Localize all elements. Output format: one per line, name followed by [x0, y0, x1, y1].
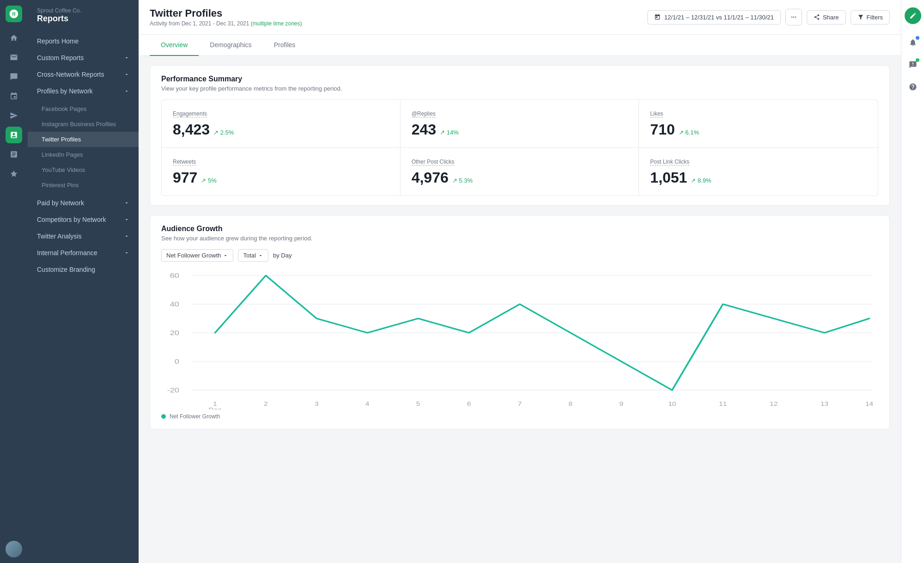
company-name: Sprout Coffee Co. [37, 7, 129, 14]
nav-reports-icon[interactable] [6, 127, 22, 143]
nav-home-icon[interactable] [6, 30, 22, 46]
metric-other-post-clicks: Other Post Clicks 4,976 5.3% [401, 148, 639, 196]
performance-summary-subtitle: View your key profile performance metric… [161, 85, 878, 92]
chart-svg: 60 40 20 0 -20 1 Dec 2 [161, 271, 878, 410]
svg-text:9: 9 [620, 401, 624, 407]
metric-engagements-value: 8,423 2.5% [173, 121, 389, 138]
timezone-link[interactable]: multiple time zones [253, 20, 300, 27]
metric-dropdown-label: Net Follower Growth [166, 252, 221, 259]
more-options-button[interactable] [785, 9, 802, 25]
tab-overview[interactable]: Overview [150, 35, 199, 56]
sidebar-item-profiles-by-network[interactable]: Profiles by Network [28, 83, 139, 99]
chevron-down-icon [124, 233, 129, 239]
main-area: Twitter Profiles Activity from Dec 1, 20… [139, 0, 901, 563]
filters-button[interactable]: Filters [851, 10, 890, 24]
chevron-down-icon [124, 200, 129, 206]
metric-engagements-change: 2.5% [213, 129, 234, 136]
metric-post-link-clicks: Post Link Clicks 1,051 8.9% [639, 148, 878, 196]
metric-retweets-label: Retweets [173, 159, 196, 165]
nav-inbox-icon[interactable] [6, 49, 22, 66]
sidebar-subitem-twitter[interactable]: Twitter Profiles [28, 132, 139, 147]
svg-text:5: 5 [416, 401, 420, 407]
sidebar-subitem-linkedin[interactable]: LinkedIn Pages [28, 147, 139, 162]
sidebar-subitem-pinterest[interactable]: Pinterest Pins [28, 177, 139, 193]
sidebar-item-reports-home[interactable]: Reports Home [28, 33, 139, 49]
tab-profiles[interactable]: Profiles [263, 35, 307, 56]
page-header: Twitter Profiles Activity from Dec 1, 20… [139, 0, 901, 35]
svg-text:8: 8 [569, 401, 573, 407]
nav-messages-icon[interactable] [6, 68, 22, 85]
chat-icon [909, 61, 917, 69]
user-avatar[interactable] [6, 541, 22, 557]
svg-text:12: 12 [770, 401, 778, 407]
sidebar-subitem-facebook[interactable]: Facebook Pages [28, 101, 139, 116]
tab-demographics[interactable]: Demographics [199, 35, 262, 56]
notifications-icon[interactable] [906, 35, 920, 50]
svg-text:4: 4 [365, 401, 370, 407]
chevron-down-icon [124, 217, 129, 222]
chevron-down-icon [124, 72, 129, 77]
date-range-button[interactable]: 12/1/21 – 12/31/21 vs 11/1/21 – 11/30/21 [647, 10, 781, 24]
nav-pin-icon[interactable] [6, 88, 22, 104]
sidebar-item-internal-performance[interactable]: Internal Performance [28, 245, 139, 261]
svg-text:Dec: Dec [209, 407, 222, 410]
total-dropdown-label: Total [243, 252, 255, 259]
share-label: Share [823, 14, 839, 21]
nav-automation-icon[interactable] [6, 146, 22, 163]
metric-likes-value: 710 6.1% [650, 121, 867, 138]
metric-post-link-clicks-label: Post Link Clicks [650, 159, 689, 165]
compose-button[interactable] [905, 7, 921, 24]
performance-summary-title: Performance Summary [161, 75, 878, 83]
svg-text:60: 60 [170, 272, 179, 279]
chevron-up-icon [124, 88, 129, 94]
right-rail [901, 0, 924, 563]
sidebar-subitem-youtube[interactable]: YouTube Videos [28, 162, 139, 177]
page-title: Twitter Profiles [150, 7, 302, 19]
bell-icon [909, 38, 917, 47]
performance-summary-card: Performance Summary View your key profil… [150, 65, 890, 206]
metric-likes: Likes 710 6.1% [639, 100, 878, 148]
feedback-icon[interactable] [906, 57, 920, 72]
sidebar-item-cross-network[interactable]: Cross-Network Reports [28, 66, 139, 83]
metric-retweets-change: 5% [201, 177, 216, 184]
svg-text:2: 2 [264, 401, 268, 407]
metric-likes-change: 6.1% [679, 129, 699, 136]
filters-icon [857, 14, 864, 20]
audience-growth-chart: 60 40 20 0 -20 1 Dec 2 [161, 271, 878, 410]
legend-dot [161, 414, 166, 419]
sidebar-item-paid-by-network[interactable]: Paid by Network [28, 195, 139, 211]
help-icon[interactable] [906, 80, 920, 94]
question-icon [909, 83, 917, 91]
icon-rail [0, 0, 28, 563]
share-button[interactable]: Share [807, 10, 846, 24]
audience-growth-subtitle: See how your audience grew during the re… [161, 235, 878, 242]
nav-publish-icon[interactable] [6, 107, 22, 124]
audience-growth-card: Audience Growth See how your audience gr… [150, 215, 890, 429]
svg-text:6: 6 [467, 401, 471, 407]
total-dropdown[interactable]: Total [238, 249, 268, 262]
sidebar-app-title: Sprout Coffee Co. Reports [28, 7, 139, 33]
audience-growth-title: Audience Growth [161, 225, 878, 233]
svg-text:13: 13 [821, 401, 829, 407]
svg-text:20: 20 [170, 329, 179, 337]
metric-replies-change: 14% [440, 129, 459, 136]
metric-retweets-value: 977 5% [173, 169, 389, 186]
metric-likes-label: Likes [650, 110, 663, 117]
tab-bar: Overview Demographics Profiles [139, 35, 901, 56]
chevron-down-icon [258, 253, 263, 258]
compose-icon [909, 12, 917, 19]
app-logo[interactable] [6, 6, 22, 22]
profiles-submenu: Facebook Pages Instagram Business Profil… [28, 99, 139, 195]
sidebar-item-competitors-by-network[interactable]: Competitors by Network [28, 211, 139, 228]
metric-post-link-clicks-value: 1,051 8.9% [650, 169, 867, 186]
ellipsis-icon [790, 13, 797, 21]
nav-star-icon[interactable] [6, 165, 22, 182]
metric-dropdown[interactable]: Net Follower Growth [161, 249, 233, 262]
sidebar-item-twitter-analysis[interactable]: Twitter Analysis [28, 228, 139, 245]
share-icon [814, 14, 820, 20]
sidebar-item-custom-reports[interactable]: Custom Reports [28, 49, 139, 66]
sidebar-subitem-instagram[interactable]: Instagram Business Profiles [28, 116, 139, 132]
svg-text:14: 14 [865, 401, 874, 407]
cards-area: Performance Summary View your key profil… [139, 56, 901, 439]
sidebar-item-customize-branding[interactable]: Customize Branding [28, 261, 139, 278]
